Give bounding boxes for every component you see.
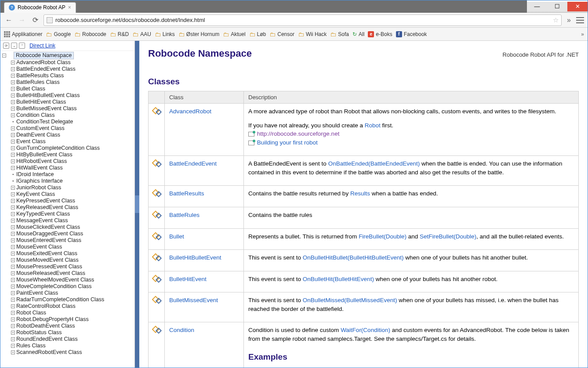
tree-node[interactable]: +BulletHitEvent Class <box>9 99 134 105</box>
tree-node[interactable]: +BattleResults Class <box>9 72 134 79</box>
inline-link[interactable]: Building your first robot <box>257 139 318 146</box>
inline-link[interactable]: SetFireBullet(Double) <box>420 233 476 240</box>
tree-node[interactable]: +GunTurnCompleteCondition Class <box>9 145 134 152</box>
tree-node[interactable]: +RoundEndedEvent Class <box>9 336 134 343</box>
tree-node[interactable]: +HitRobotEvent Class <box>9 158 134 165</box>
expander-icon[interactable]: + <box>11 107 15 111</box>
tree-node[interactable]: +DeathEvent Class <box>9 132 134 138</box>
inline-link[interactable]: Robot <box>365 122 381 129</box>
tree-node[interactable]: +MessageEvent Class <box>9 217 134 224</box>
inline-link[interactable]: OnBattleEnded(BattleEndedEvent) <box>328 160 420 167</box>
bookmark-eboks[interactable]: e e-Boks <box>368 31 392 37</box>
expander-icon[interactable]: + <box>11 67 15 71</box>
bookmark-all[interactable]: ↻ All <box>352 31 364 37</box>
tree-node[interactable]: +MouseMovedEvent Class <box>9 257 134 263</box>
expander-icon[interactable]: + <box>11 278 15 282</box>
expander-icon[interactable]: + <box>11 212 15 216</box>
expander-icon[interactable]: − <box>2 54 6 58</box>
tree-node[interactable]: +JuniorRobot Class <box>9 184 134 191</box>
inline-link[interactable]: OnBulletHitBullet(BulletHitBulletEvent) <box>303 254 404 261</box>
expander-icon[interactable]: + <box>11 61 15 65</box>
expander-icon[interactable]: + <box>11 337 15 341</box>
close-window-button[interactable]: ✕ <box>567 2 588 11</box>
class-link[interactable]: BattleRules <box>169 212 200 218</box>
tree-node[interactable]: +MousePressedEvent Class <box>9 263 134 270</box>
tree-node[interactable]: +RateControlRobot Class <box>9 303 134 310</box>
tree-node[interactable]: +HitByBulletEvent Class <box>9 152 134 158</box>
expander-icon[interactable]: + <box>11 206 15 209</box>
expander-icon[interactable]: + <box>11 298 15 302</box>
expander-icon[interactable]: + <box>11 252 15 256</box>
tree-node[interactable]: +BattleRules Class <box>9 79 134 86</box>
tree-node[interactable]: +KeyPressedEvent Class <box>9 198 134 204</box>
expander-icon[interactable]: + <box>11 271 15 275</box>
tree-node[interactable]: +MouseDraggedEvent Class <box>9 231 134 237</box>
expander-icon[interactable]: + <box>11 265 15 269</box>
bookmarks-overflow-icon[interactable]: » <box>581 31 584 37</box>
tree-node[interactable]: +Robot.DebugPropertyH Class <box>9 316 134 323</box>
expander-icon[interactable]: + <box>11 126 15 130</box>
maximize-button[interactable]: ☐ <box>547 2 567 11</box>
minimize-button[interactable]: — <box>527 2 547 11</box>
expander-icon[interactable]: + <box>11 304 15 308</box>
tree-node[interactable]: +BattleEndedEvent Class <box>9 66 134 72</box>
bookmark-folder[interactable]: 🗀Sofa <box>330 31 349 38</box>
expander-icon[interactable]: + <box>11 311 15 315</box>
sync-icon[interactable]: ⟳ <box>3 43 9 49</box>
bookmark-star-icon[interactable]: ☆ <box>553 16 559 24</box>
menu-icon[interactable] <box>576 17 584 23</box>
tree-node[interactable]: +RobotDeathEvent Class <box>9 323 134 329</box>
expander-icon[interactable]: + <box>11 94 15 97</box>
address-bar[interactable]: robocode.sourceforge.net/docs/robocode.d… <box>44 14 562 26</box>
splitter[interactable] <box>135 41 139 368</box>
tree-node[interactable]: +KeyTypedEvent Class <box>9 211 134 217</box>
collapse-icon[interactable]: ⌄ <box>11 43 17 49</box>
expander-icon[interactable]: + <box>11 199 15 203</box>
bookmark-folder[interactable]: 🗀Aktuel <box>223 31 245 38</box>
bookmark-folder[interactable]: 🗀Google <box>46 31 71 38</box>
bookmark-folder[interactable]: 🗀R&D <box>110 31 129 38</box>
tree-node[interactable]: +Bullet Class <box>9 86 134 92</box>
expander-icon[interactable]: + <box>11 153 15 157</box>
direct-link[interactable]: Direct Link <box>29 43 55 49</box>
bookmark-folder[interactable]: 🗀Løb <box>249 31 266 38</box>
expander-icon[interactable]: + <box>11 74 15 78</box>
expander-icon[interactable]: + <box>11 324 15 328</box>
expander-icon[interactable]: + <box>11 166 15 170</box>
bookmark-folder[interactable]: 🗀AAU <box>132 31 151 38</box>
tree-node[interactable]: +Condition Class <box>9 112 134 119</box>
class-link[interactable]: BattleResults <box>169 190 204 197</box>
tree-node[interactable]: +RobotStatus Class <box>9 329 134 336</box>
expander-icon[interactable]: + <box>11 258 15 262</box>
expander-icon[interactable]: + <box>11 133 15 137</box>
expander-icon[interactable]: + <box>11 238 15 242</box>
chevrons-icon[interactable]: » <box>565 16 573 24</box>
class-link[interactable]: BattleEndedEvent <box>169 160 217 167</box>
expander-icon[interactable]: + <box>11 331 15 335</box>
expander-icon[interactable]: + <box>11 113 15 117</box>
tree-node[interactable]: +HitWallEvent Class <box>9 165 134 171</box>
bookmark-folder[interactable]: 🗀Censor <box>269 31 294 38</box>
expander-icon[interactable]: + <box>11 317 15 321</box>
bookmark-folder[interactable]: 🗀Robocode <box>74 31 106 38</box>
inline-link[interactable]: http://robocode.sourceforge.net <box>257 130 340 137</box>
tree-node[interactable]: +MouseReleasedEvent Class <box>9 270 134 277</box>
expand-icon[interactable]: ⌃ <box>19 43 25 49</box>
expander-icon[interactable]: + <box>11 100 15 104</box>
tree-node[interactable]: +BulletMissedEvent Class <box>9 105 134 112</box>
reload-button[interactable]: ⟳ <box>30 15 40 25</box>
bookmark-folder[interactable]: 🗀Wii Hack <box>298 31 327 38</box>
class-link[interactable]: BulletHitBulletEvent <box>169 254 221 261</box>
tree-node[interactable]: +RadarTurnCompleteCondition Class <box>9 296 134 303</box>
tree-node[interactable]: ▪IDroid Interface <box>9 171 134 178</box>
tree-root[interactable]: Robocode Namespace <box>14 52 74 59</box>
expander-icon[interactable]: + <box>11 285 15 289</box>
back-button[interactable]: ← <box>4 15 14 25</box>
expander-icon[interactable]: + <box>11 140 15 144</box>
apps-button[interactable]: Applikationer <box>4 31 42 37</box>
bookmark-folder[interactable]: 🗀Links <box>155 31 175 38</box>
bookmark-facebook[interactable]: f Facebook <box>396 31 427 37</box>
tree-node[interactable]: +AdvancedRobot Class <box>9 59 134 66</box>
inline-link[interactable]: Results <box>350 190 370 197</box>
tree-node[interactable]: +Robot Class <box>9 310 134 316</box>
